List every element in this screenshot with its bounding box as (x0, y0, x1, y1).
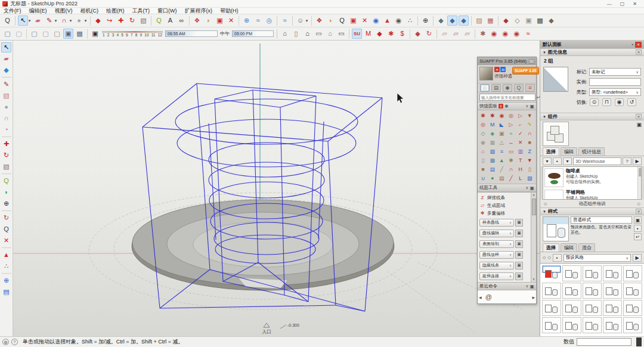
select-tool-icon[interactable]: ↖ (1, 42, 11, 52)
plugin-icon[interactable]: Z (525, 147, 534, 156)
plugin-icon[interactable]: ◉ (497, 111, 506, 120)
plugin-icon[interactable]: ▣ (497, 129, 506, 138)
plugin-icon[interactable]: ▷ (516, 111, 525, 120)
menu-item[interactable]: 视图(V) (55, 7, 73, 15)
styles-header[interactable]: ▼ 样式 ✕ (540, 207, 644, 215)
eye-icon[interactable]: ◉ (394, 16, 404, 26)
style-thumbnail[interactable] (583, 300, 602, 316)
style-shaded-icon[interactable]: ▣ (63, 29, 73, 39)
eraser-tool-icon[interactable]: ▰ (1, 54, 11, 64)
tan-tool3-icon[interactable]: ▱ (462, 29, 472, 39)
collapse-arrow-icon[interactable]: ▼ (543, 210, 546, 213)
walk-icon[interactable]: ∴ (405, 16, 415, 26)
extension-warehouse-icon[interactable]: ▭ (314, 29, 324, 39)
photo-textures-icon[interactable]: ▯ (291, 29, 301, 39)
popout-icon[interactable]: ▣ (530, 185, 534, 191)
plugin-icon[interactable]: ◎ (507, 111, 515, 120)
style-name-input[interactable]: 普通样式 (571, 216, 632, 224)
scrollbar-thumb[interactable] (532, 199, 536, 215)
plugin-icon[interactable]: ╱ (497, 165, 506, 174)
collapse-arrow-icon[interactable]: ▼ (543, 115, 546, 119)
plugin-icon[interactable]: ◈ (488, 129, 497, 138)
plugin-list-scrollbar[interactable]: ∧ ∨ (531, 193, 536, 282)
plugin-icon[interactable]: L (516, 174, 525, 182)
sandbox-contours-icon[interactable]: ◆ (436, 16, 446, 26)
collections-caret[interactable]: ▾ (563, 157, 572, 165)
axes-tool-icon[interactable]: ⊕ (1, 199, 11, 209)
plugin-icon[interactable]: ▷ (507, 120, 515, 129)
move-tool-icon[interactable]: ✚ (1, 139, 11, 149)
chevron-down-icon[interactable]: ∨ (525, 284, 528, 289)
terrain-tool1-icon[interactable]: ▣ (524, 16, 534, 26)
suapp-toolbar-icon[interactable]: SU (352, 29, 362, 39)
scroll-down-icon[interactable]: ∨ (532, 277, 535, 282)
menu-item[interactable]: 扩展程序(x) (185, 7, 213, 15)
plugin-icon[interactable]: ● (488, 174, 497, 182)
component-list-item[interactable]: 咖啡桌 创建人 SketchUp 可组合组件的实例。 (543, 167, 637, 188)
style-wireframe2-icon[interactable]: ▢ (14, 29, 24, 39)
position-camera-icon[interactable]: ▲ (1, 250, 11, 260)
style-thumbnail[interactable] (623, 283, 642, 299)
shape-caret[interactable]: ▾ (83, 16, 88, 26)
circle-tool-icon[interactable]: ● (1, 102, 11, 112)
plugin-icon[interactable]: H (516, 165, 525, 174)
suapp-panel-titlebar[interactable]: SUAPP Pro 3.85 (64bit) ▢ (478, 57, 536, 65)
component-house-icon[interactable]: ⌂ (325, 29, 335, 39)
zoom-tool2-icon[interactable]: Q (337, 16, 347, 26)
user-avatar[interactable] (479, 67, 493, 80)
section-cut-icon[interactable]: ≈ (253, 16, 263, 26)
paint-bucket-icon[interactable]: ◆ (374, 29, 385, 39)
style-thumbnail[interactable] (583, 265, 602, 281)
plugin-icon[interactable]: ⌐ (516, 120, 525, 129)
style-thumbnail[interactable] (542, 283, 561, 299)
chevron-down-icon[interactable]: ∨ (525, 104, 528, 109)
plugin-icon[interactable]: ▨ (488, 147, 497, 156)
style-textured-icon[interactable]: ▩ (75, 29, 85, 39)
back-icon[interactable]: ◇ (543, 255, 546, 260)
scroll-up-icon[interactable]: ∧ (532, 193, 535, 198)
line-tool-icon[interactable]: ✎ (1, 79, 11, 89)
make-component-icon[interactable]: ◆ (1, 65, 11, 75)
suapp-version-button[interactable]: SUAPP 3.85 (512, 67, 539, 75)
components-header[interactable]: ▼ 组件 ✕ (540, 113, 644, 120)
recent-commands-header[interactable]: 最近命令 ∨ ▣ (478, 282, 536, 290)
style-back-edges-icon[interactable]: ▢ (2, 29, 13, 39)
in-model-styles-icon[interactable]: ▪ (553, 254, 562, 262)
toolbox-icon[interactable]: ▭ (336, 29, 346, 39)
plugin-icon[interactable]: ▥ (516, 147, 525, 156)
search-enter-icon[interactable]: ↵ (537, 95, 541, 100)
eraser-tool-icon[interactable]: ▰ (33, 16, 43, 26)
line-tools-header[interactable]: 线面工具 ∨ ▣ (478, 184, 536, 192)
smoove-icon[interactable]: ◆ (459, 16, 469, 26)
model-viewport[interactable]: 入口 -0.300 (13, 41, 540, 336)
forward-icon[interactable]: ◇ (547, 255, 550, 260)
gear-icon[interactable]: ✱ (504, 104, 509, 109)
visibility-eye-icon[interactable]: ⊙ (590, 98, 599, 106)
tape-measure-icon[interactable]: Q (1, 176, 11, 186)
line-tool-item[interactable]: ▱生成面域 (479, 202, 530, 209)
plugin-icon[interactable]: ∩ (525, 129, 534, 138)
plugin-icon[interactable]: ✕ (516, 138, 525, 147)
plugin-icon[interactable]: ≡ (497, 147, 506, 156)
plugin-icon[interactable]: ✓ (516, 129, 525, 138)
plugin-icon[interactable]: ■ (525, 138, 534, 147)
plugin-submenu-button[interactable]: 样条曲线› (479, 219, 514, 227)
plugin-submenu-button[interactable]: 曲线编辑› (479, 230, 514, 237)
entity-info-header[interactable]: ▼ 图元信息 ✕ (540, 48, 644, 56)
styles-collection-select[interactable]: 预设风格∨ (564, 254, 631, 262)
arc-tool-icon[interactable]: ∩ (1, 113, 11, 123)
collapse-arrow-icon[interactable]: ▼ (543, 51, 546, 54)
select-tool-icon[interactable]: ↖ (18, 16, 28, 26)
style-thumbnail[interactable] (603, 283, 622, 299)
line-caret[interactable]: ▾ (54, 16, 58, 26)
tape-measure-icon[interactable]: Q (154, 16, 164, 26)
account-caret[interactable]: ▾ (305, 16, 309, 26)
style-thumbnail[interactable] (583, 283, 602, 299)
style-thumbnail[interactable] (583, 317, 602, 333)
style-thumbnail[interactable] (623, 300, 642, 316)
recent-left-arrow[interactable]: ◀ (479, 295, 482, 299)
text-tool-icon[interactable]: ∞ (177, 16, 187, 26)
flip-edge-icon[interactable]: ◇ (512, 16, 522, 26)
hand-tool-icon[interactable]: ◗ (326, 16, 336, 26)
protractor-tool-icon[interactable]: ◗ (1, 187, 11, 197)
